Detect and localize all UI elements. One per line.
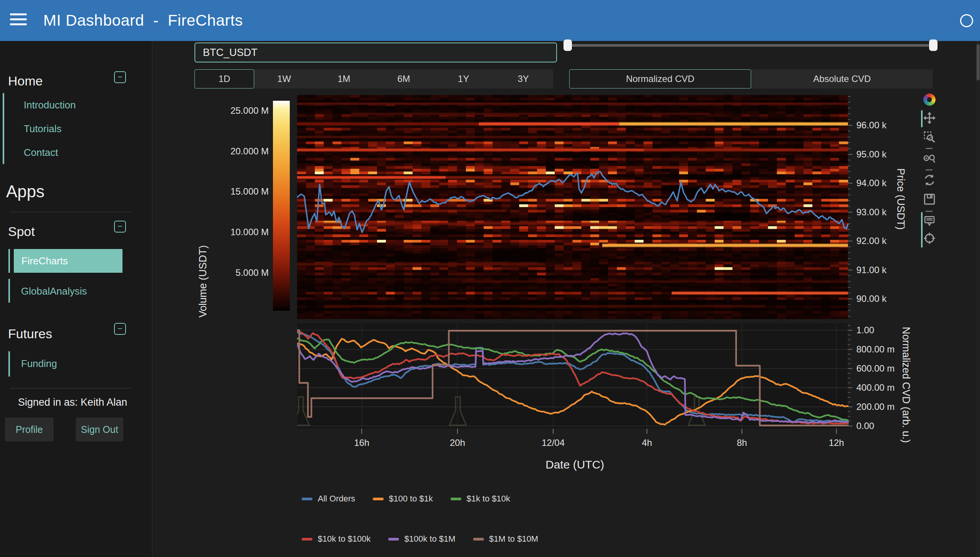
box-zoom-icon[interactable] [923, 131, 936, 143]
sidebar-item-tutorials[interactable]: Tutorials [24, 123, 62, 135]
annotation-icon[interactable] [923, 215, 936, 227]
timeframe-button-1m[interactable]: 1M [314, 69, 374, 88]
sidebar-section-futures: Futures [8, 326, 52, 341]
sidebar-item-label: FireCharts [21, 255, 68, 267]
sidebar-item-funding[interactable]: Funding [21, 358, 57, 370]
legend-label: $10k to $100k [318, 534, 371, 544]
legend-label: $100 to $1k [389, 494, 433, 504]
slider-handle-right[interactable] [929, 39, 938, 51]
firecharts-indicator [8, 249, 10, 273]
loading-circle-icon [960, 14, 973, 27]
app-title: MI Dashboard - FireCharts [43, 0, 243, 41]
scrollbar-thumb[interactable] [977, 44, 980, 80]
legend-label: $1k to $10k [467, 494, 510, 504]
profile-button[interactable]: Profile [5, 418, 54, 441]
legend-swatch [451, 498, 461, 500]
home-group-indicator [3, 93, 4, 164]
x-tick-label: 16h [339, 437, 385, 448]
price-tick-label: 95.00 k [856, 149, 887, 160]
cvd-line-chart[interactable] [297, 323, 854, 435]
volume-tick-label: 15.000 M [185, 186, 269, 197]
timeframe-button-3y[interactable]: 3Y [493, 69, 553, 88]
sidebar-item-contact[interactable]: Contact [24, 147, 58, 159]
legend-item[interactable]: $10k to $100k [302, 534, 371, 544]
cvd-tick-label: 600.00 m [856, 363, 895, 374]
cvd-axis-title: Normalized CVD (arb. u.) [900, 316, 912, 454]
legend-item[interactable]: $100k to $1M [388, 534, 455, 544]
chart-legend-row-2: $10k to $100k$100k to $1M$1M to $10M [302, 534, 538, 544]
price-tick-label: 92.00 k [856, 236, 887, 246]
divider [10, 388, 132, 388]
modebar-active-indicator [921, 110, 923, 127]
zoom-in-out-icon[interactable] [923, 152, 936, 165]
globalanalysis-indicator [8, 279, 10, 303]
page-scrollbar[interactable] [976, 41, 980, 557]
cvd-tick-label: 0.00 [856, 421, 874, 431]
x-tick-label: 12/04 [530, 437, 576, 448]
modebar-separator [926, 148, 933, 149]
legend-swatch [473, 538, 484, 541]
x-tick-label: 4h [624, 437, 670, 448]
symbol-input[interactable] [194, 43, 557, 62]
volume-colorbar [273, 101, 290, 311]
save-icon[interactable] [923, 193, 936, 205]
timeframe-button-6m[interactable]: 6M [374, 69, 434, 88]
reset-axes-icon[interactable] [923, 174, 936, 186]
price-axis-title: Price (USDT) [895, 142, 906, 257]
slider-handle-left[interactable] [564, 39, 572, 51]
pan-icon[interactable] [923, 112, 936, 124]
chart-legend-row-1: All Orders$100 to $1k$1k to $10k [302, 494, 510, 504]
volume-axis-title: Volume (USDT) [197, 224, 209, 339]
price-tick-label: 96.00 k [856, 120, 887, 131]
timeframe-button-1w[interactable]: 1W [254, 69, 314, 88]
sidebar-item-firecharts[interactable]: FireCharts [14, 249, 122, 273]
cvd-mode-toggle: Normalized CVDAbsolute CVD [569, 69, 933, 88]
cvd-tick-label: 200.00 m [856, 401, 895, 412]
plotly-logo-icon[interactable] [923, 93, 936, 106]
legend-item[interactable]: $100 to $1k [373, 494, 433, 504]
legend-swatch [388, 538, 399, 541]
legend-label: $1M to $10M [489, 534, 538, 544]
x-tick-label: 20h [434, 437, 480, 448]
legend-swatch [302, 538, 312, 541]
sidebar-item-introduction[interactable]: Introduction [24, 99, 76, 111]
spot-collapse-button[interactable]: − [114, 221, 126, 233]
price-tick-label: 91.00 k [856, 265, 887, 275]
cvd-mode-button[interactable]: Normalized CVD [569, 69, 751, 88]
sidebar-section-spot: Spot [8, 224, 35, 239]
sidebar-section-apps: Apps [6, 182, 44, 201]
x-tick-label: 8h [719, 437, 765, 448]
cvd-mode-button[interactable]: Absolute CVD [751, 69, 933, 88]
price-tick-label: 90.00 k [856, 293, 887, 304]
sidebar-item-globalanalysis[interactable]: GlobalAnalysis [21, 285, 87, 297]
volume-tick-label: 25.000 M [185, 105, 269, 116]
legend-label: All Orders [318, 494, 355, 504]
timeframe-button-1d[interactable]: 1D [194, 69, 254, 88]
app-root: MI Dashboard - FireCharts Home − Introdu… [0, 0, 980, 557]
date-range-slider-track[interactable] [572, 44, 929, 47]
crosshair-icon[interactable] [923, 232, 936, 244]
cvd-tick-label: 400.00 m [856, 382, 895, 393]
volume-tick-label: 20.000 M [185, 146, 269, 157]
legend-item[interactable]: $1M to $10M [473, 534, 538, 544]
signed-in-text: Signed in as: Keith Alan [18, 396, 127, 408]
sign-out-button[interactable]: Sign Out [76, 418, 123, 441]
price-tick-label: 93.00 k [856, 207, 887, 218]
futures-collapse-button[interactable]: − [114, 323, 126, 335]
x-axis-title: Date (UTC) [546, 458, 604, 471]
home-collapse-button[interactable]: − [114, 71, 126, 83]
hamburger-menu-icon[interactable] [10, 13, 27, 28]
cvd-tick-label: 800.00 m [856, 344, 895, 355]
sidebar-section-home: Home [8, 74, 43, 88]
legend-swatch [373, 498, 384, 500]
modebar-active-indicator [921, 212, 923, 247]
timeframe-button-1y[interactable]: 1Y [434, 69, 493, 88]
app-header: MI Dashboard - FireCharts [0, 0, 980, 41]
legend-item[interactable]: $1k to $10k [451, 494, 510, 504]
sidebar: Home − Introduction Tutorials Contact Ap… [0, 41, 152, 557]
volume-heatmap-chart[interactable] [297, 95, 854, 319]
price-tick-label: 94.00 k [856, 178, 887, 188]
funding-indicator [8, 351, 10, 377]
divider [10, 212, 132, 212]
legend-item[interactable]: All Orders [302, 494, 355, 504]
